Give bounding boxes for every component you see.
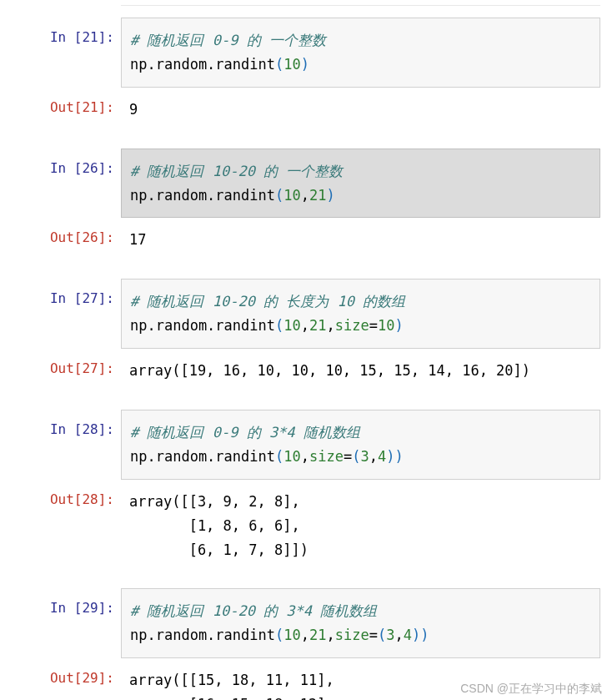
in-label: In	[50, 29, 74, 45]
code-call: np.random.randint	[130, 627, 275, 643]
out-number: 29	[82, 670, 98, 686]
output-cell: Out[21]: 9	[0, 88, 607, 132]
out-number: 28	[82, 491, 98, 507]
in-number: 29	[82, 600, 98, 616]
input-cell: In [29]: # 随机返回 10-20 的 3*4 随机数组 np.rand…	[0, 588, 607, 658]
code-input[interactable]: # 随机返回 10-20 的 长度为 10 的数组 np.random.rand…	[121, 279, 600, 349]
out-prompt: Out[26]:	[0, 218, 121, 250]
code-call: np.random.randint	[130, 448, 275, 465]
in-number: 28	[82, 421, 98, 437]
output-text: array([19, 16, 10, 10, 10, 15, 15, 14, 1…	[121, 349, 607, 393]
out-number: 26	[82, 229, 98, 245]
output-text: 17	[121, 218, 607, 262]
code-call: np.random.randint	[130, 187, 275, 204]
code-call: np.random.randint	[130, 317, 275, 334]
output-cell: Out[26]: 17	[0, 218, 607, 262]
code-input[interactable]: # 随机返回 0-9 的 3*4 随机数组 np.random.randint(…	[121, 410, 600, 480]
in-prompt: In [27]:	[0, 279, 121, 311]
output-cell: Out[27]: array([19, 16, 10, 10, 10, 15, …	[0, 349, 607, 393]
watermark: CSDN @正在学习中的李斌	[460, 682, 602, 697]
output-text: array([[3, 9, 2, 8], [1, 8, 6, 6], [6, 1…	[121, 480, 607, 572]
code-call: np.random.randint	[130, 56, 275, 73]
kw-size: size	[309, 448, 344, 465]
out-label: Out	[50, 99, 74, 115]
in-prompt: In [29]:	[0, 588, 121, 621]
in-number: 27	[82, 290, 98, 306]
input-cell: In [28]: # 随机返回 0-9 的 3*4 随机数组 np.random…	[0, 410, 607, 480]
input-cell: In [26]: # 随机返回 10-20 的 一个整数 np.random.r…	[0, 149, 607, 219]
code-comment: # 随机返回 10-20 的 一个整数	[130, 163, 343, 179]
in-prompt: In [26]:	[0, 149, 121, 181]
out-number: 27	[82, 360, 98, 376]
output-cell: Out[28]: array([[3, 9, 2, 8], [1, 8, 6, …	[0, 480, 607, 572]
input-cell: In [27]: # 随机返回 10-20 的 长度为 10 的数组 np.ra…	[0, 279, 607, 349]
in-prompt: In [28]:	[0, 410, 121, 442]
out-prompt: Out[21]:	[0, 88, 121, 120]
code-args: (	[275, 56, 283, 73]
code-input[interactable]: # 随机返回 10-20 的 一个整数 np.random.randint(10…	[121, 149, 600, 219]
in-number: 21	[82, 29, 98, 45]
kw-size: size	[335, 317, 369, 334]
output-text: 9	[121, 88, 607, 132]
code-comment: # 随机返回 10-20 的 3*4 随机数组	[130, 602, 377, 619]
input-cell: In [21]: # 随机返回 0-9 的 一个整数 np.random.ran…	[0, 18, 607, 88]
out-prompt: Out[27]:	[0, 349, 121, 381]
code-input[interactable]: # 随机返回 10-20 的 3*4 随机数组 np.random.randin…	[121, 588, 600, 658]
kw-size: size	[335, 627, 369, 643]
code-comment: # 随机返回 10-20 的 长度为 10 的数组	[130, 293, 405, 310]
top-rule	[121, 0, 600, 6]
in-number: 26	[82, 160, 98, 176]
in-prompt: In [21]:	[0, 18, 121, 50]
out-prompt: Out[28]:	[0, 480, 121, 512]
out-prompt: Out[29]:	[0, 658, 121, 691]
out-number: 21	[82, 99, 98, 115]
code-comment: # 随机返回 0-9 的 一个整数	[130, 32, 326, 48]
code-comment: # 随机返回 0-9 的 3*4 随机数组	[130, 424, 360, 441]
code-input[interactable]: # 随机返回 0-9 的 一个整数 np.random.randint(10)	[121, 18, 600, 88]
